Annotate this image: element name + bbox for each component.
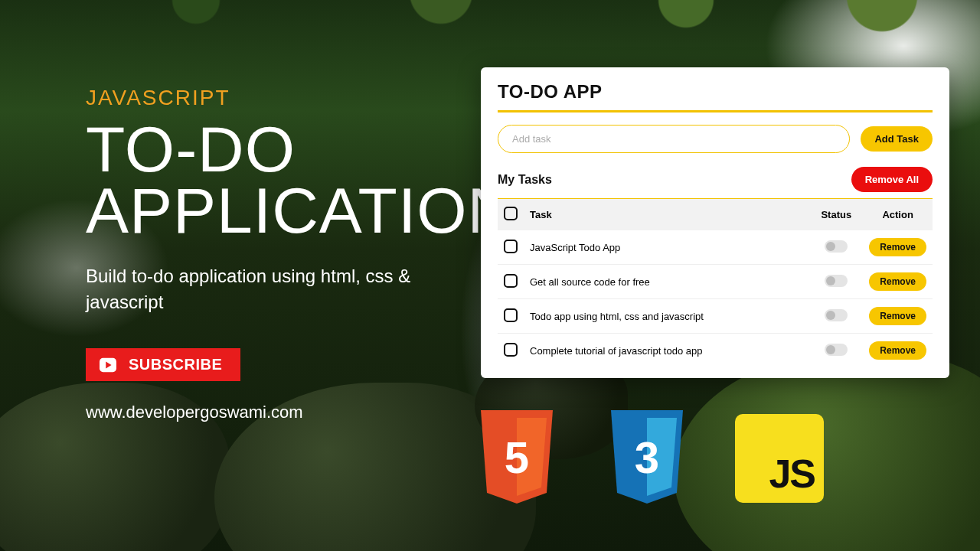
add-task-input[interactable]: [498, 125, 850, 153]
col-task: Task: [524, 199, 809, 230]
status-toggle[interactable]: [825, 344, 848, 356]
todo-app-card: TO-DO APP Add Task My Tasks Remove All T…: [481, 67, 949, 378]
remove-button[interactable]: Remove: [869, 272, 926, 291]
task-checkbox[interactable]: [504, 343, 518, 357]
table-row: Complete tutorial of javascript todo app…: [498, 334, 933, 368]
add-task-button[interactable]: Add Task: [861, 126, 933, 152]
subscribe-label: SUBSCRIBE: [129, 356, 222, 373]
task-checkbox[interactable]: [504, 240, 518, 253]
website-url: www.developergoswami.com: [86, 403, 469, 422]
remove-all-button[interactable]: Remove All: [851, 167, 933, 192]
main-title: TO-DO APPLICATION: [86, 119, 469, 242]
svg-text:3: 3: [635, 432, 659, 482]
my-tasks-heading: My Tasks: [498, 173, 552, 187]
title-line-2: APPLICATION: [86, 181, 469, 242]
add-task-row: Add Task: [498, 125, 933, 153]
kicker-text: JAVASCRIPT: [86, 86, 469, 110]
col-checkbox: [498, 199, 524, 230]
status-toggle[interactable]: [825, 309, 848, 321]
my-tasks-header: My Tasks Remove All: [498, 167, 933, 192]
subtitle-text: Build to-do application using html, css …: [86, 263, 469, 317]
task-checkbox[interactable]: [504, 308, 518, 322]
table-row: JavaScript Todo App Remove: [498, 230, 933, 265]
javascript-logo-icon: JS: [735, 414, 824, 503]
status-toggle[interactable]: [825, 240, 848, 253]
task-text: Complete tutorial of javascript todo app: [524, 334, 809, 368]
checkbox-icon[interactable]: [504, 207, 518, 220]
remove-button[interactable]: Remove: [869, 307, 926, 325]
svg-text:5: 5: [505, 432, 529, 482]
table-row: Get all source code for free Remove: [498, 265, 933, 299]
table-header-row: Task Status Action: [498, 199, 933, 230]
js-glyph: JS: [769, 451, 815, 497]
remove-button[interactable]: Remove: [869, 341, 926, 360]
accent-divider: [498, 110, 933, 112]
status-toggle[interactable]: [825, 275, 848, 287]
table-row: Todo app using html, css and javascript …: [498, 299, 933, 334]
css3-logo-icon: 3: [605, 410, 689, 507]
app-title: TO-DO APP: [498, 81, 933, 103]
remove-button[interactable]: Remove: [869, 238, 926, 256]
tasks-table: Task Status Action JavaScript Todo App R…: [498, 199, 933, 367]
subscribe-button[interactable]: SUBSCRIBE: [86, 348, 240, 381]
youtube-icon: [96, 357, 119, 373]
headline-block: JAVASCRIPT TO-DO APPLICATION Build to-do…: [86, 86, 469, 422]
col-status: Status: [809, 199, 863, 230]
title-line-1: TO-DO: [86, 119, 469, 181]
task-text: JavaScript Todo App: [524, 230, 809, 265]
html5-logo-icon: 5: [475, 410, 559, 507]
task-text: Get all source code for free: [524, 265, 809, 299]
tech-logos: 5 3 JS: [475, 410, 824, 507]
task-checkbox[interactable]: [504, 274, 518, 288]
task-text: Todo app using html, css and javascript: [524, 299, 809, 334]
col-action: Action: [863, 199, 933, 230]
